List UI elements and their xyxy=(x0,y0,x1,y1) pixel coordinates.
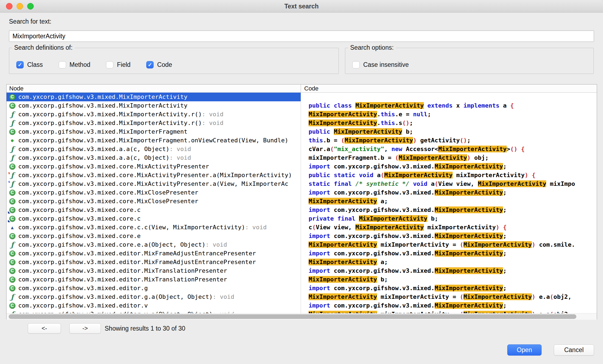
node-path: com.yxcorp.gifshow.v3.mixed.core.MixClos… xyxy=(18,188,198,197)
node-cell: Ccom.yxcorp.gifshow.v3.mixed.editor.MixT… xyxy=(7,275,301,284)
results-count: Showing results 1 to 30 of 30 xyxy=(105,323,185,334)
table-row[interactable]: Ccom.yxcorp.gifshow.v3.mixed.core.MixClo… xyxy=(7,188,597,197)
table-row[interactable]: Ccom.yxcorp.gifshow.v3.mixed.MixImporter… xyxy=(7,127,597,136)
node-cell: ƒcom.yxcorp.gifshow.v3.mixed.MixImporter… xyxy=(7,119,301,127)
code-cell: public class MixImporterActivity extends… xyxy=(301,101,597,110)
checkbox-field[interactable]: Field xyxy=(106,61,130,68)
checkbox-box[interactable] xyxy=(59,61,66,68)
table-body: Ccom.yxcorp.gifshow.v3.mixed.MixImporter… xyxy=(7,93,597,313)
table-row[interactable]: ƒcom.yxcorp.gifshow.v3.mixed.MixImporter… xyxy=(7,110,597,119)
checkbox-label: Class xyxy=(27,61,43,68)
node-cell: Ccom.yxcorp.gifshow.v3.mixed.MixImporter… xyxy=(7,93,301,101)
node-cell: ƒcom.yxcorp.gifshow.v3.mixed.a.a(c, Obje… xyxy=(7,153,301,162)
open-button[interactable]: Open xyxy=(507,344,542,356)
cancel-button[interactable]: Cancel xyxy=(554,344,594,356)
class-icon: C xyxy=(9,267,16,274)
anonymous-class-icon: C xyxy=(9,206,16,214)
table-row[interactable]: Ccom.yxcorp.gifshow.v3.mixed.core.MixAct… xyxy=(7,162,597,171)
node-path: com.yxcorp.gifshow.v3.mixed.MixImporterA… xyxy=(18,110,202,119)
table-row[interactable]: Ccom.yxcorp.gifshow.v3.mixed.editor.MixT… xyxy=(7,266,597,275)
class-icon: C xyxy=(9,198,16,205)
node-path: com.yxcorp.gifshow.v3.mixed.core.c xyxy=(18,214,141,223)
scrollbar-thumb[interactable] xyxy=(9,314,576,319)
checkbox-method[interactable]: Method xyxy=(59,61,91,68)
column-header-code[interactable]: Code xyxy=(301,84,597,92)
table-row[interactable]: Ccom.yxcorp.gifshow.v3.mixed.core.cimpor… xyxy=(7,206,597,214)
class-icon: C xyxy=(9,233,16,240)
table-row[interactable]: ƒscom.yxcorp.gifshow.v3.mixed.core.MixAc… xyxy=(7,171,597,180)
constructor-icon: ▲ xyxy=(9,224,16,231)
next-page-button[interactable]: -> xyxy=(69,323,101,334)
code-cell: static final /* synthetic */ void a(View… xyxy=(301,180,597,188)
checkbox-code[interactable]: ✓Code xyxy=(146,61,172,68)
table-row[interactable]: Ccom.yxcorp.gifshow.v3.mixed.editor.MixT… xyxy=(7,275,597,284)
search-definitions-group: Search definitions of: ✓ClassMethodField… xyxy=(9,48,339,74)
table-row[interactable]: ƒcom.yxcorp.gifshow.v3.mixed.editor.v.a(… xyxy=(7,310,597,313)
node-path: com.yxcorp.gifshow.v3.mixed.core.MixActi… xyxy=(18,162,209,171)
public-method-icon: ● xyxy=(9,137,16,144)
table-row[interactable]: ▲com.yxcorp.gifshow.v3.mixed.core.c.c(Vi… xyxy=(7,223,597,232)
anonymous-class-icon: C xyxy=(9,215,16,222)
node-path: com.yxcorp.gifshow.v3.mixed.a.a(c, Objec… xyxy=(18,145,169,153)
checkbox-box[interactable]: ✓ xyxy=(146,61,154,68)
node-return-type: : void xyxy=(213,293,234,301)
code-cell: cVar.a("mix_activity", new Accessor<MixI… xyxy=(301,145,597,153)
checkbox-class[interactable]: ✓Class xyxy=(16,61,43,68)
table-row[interactable]: ƒcom.yxcorp.gifshow.v3.mixed.MixImporter… xyxy=(7,119,597,127)
node-cell: ƒcom.yxcorp.gifshow.v3.mixed.core.e.a(Ob… xyxy=(7,240,301,249)
column-header-node[interactable]: Node xyxy=(7,84,301,92)
class-icon: C xyxy=(9,189,16,196)
text-search-dialog: Text search Search for text: Search defi… xyxy=(0,0,603,364)
checkbox-case-insensitive[interactable]: Case insensitive xyxy=(352,61,409,68)
node-cell: Ccom.yxcorp.gifshow.v3.mixed.core.MixAct… xyxy=(7,162,301,171)
method-icon: ƒ xyxy=(9,111,16,118)
node-cell: Ccom.yxcorp.gifshow.v3.mixed.editor.MixF… xyxy=(7,249,301,258)
table-row[interactable]: Ccom.yxcorp.gifshow.v3.mixed.core.eimpor… xyxy=(7,232,597,240)
table-row[interactable]: Ccom.yxcorp.gifshow.v3.mixed.editor.vimp… xyxy=(7,301,597,310)
search-input[interactable] xyxy=(9,30,594,42)
checkbox-box[interactable]: ✓ xyxy=(16,61,24,68)
search-definitions-title: Search definitions of: xyxy=(12,44,75,51)
table-row[interactable]: Ccom.yxcorp.gifshow.v3.mixed.core.cpriva… xyxy=(7,214,597,223)
table-row[interactable]: ƒcom.yxcorp.gifshow.v3.mixed.editor.g.a(… xyxy=(7,293,597,301)
node-cell: Ccom.yxcorp.gifshow.v3.mixed.MixImporter… xyxy=(7,127,301,136)
table-row[interactable]: ƒcom.yxcorp.gifshow.v3.mixed.a.a(c, Obje… xyxy=(7,153,597,162)
table-row[interactable]: Ccom.yxcorp.gifshow.v3.mixed.editor.MixF… xyxy=(7,249,597,258)
table-row[interactable]: Ccom.yxcorp.gifshow.v3.mixed.MixImporter… xyxy=(7,101,597,110)
table-row[interactable]: ●com.yxcorp.gifshow.v3.mixed.MixImporter… xyxy=(7,136,597,145)
method-icon: ƒ xyxy=(9,146,16,153)
table-row[interactable]: ƒscom.yxcorp.gifshow.v3.mixed.core.MixAc… xyxy=(7,180,597,188)
node-path: com.yxcorp.gifshow.v3.mixed.core.c xyxy=(18,206,141,214)
code-cell: private final MixImporterActivity b; xyxy=(301,214,597,223)
code-cell: MixImporterActivity mixImporterActivity … xyxy=(301,310,597,313)
class-icon: C xyxy=(9,250,16,257)
node-path: com.yxcorp.gifshow.v3.mixed.editor.v xyxy=(18,301,148,310)
node-path: com.yxcorp.gifshow.v3.mixed.MixImporterF… xyxy=(18,127,188,136)
node-path: com.yxcorp.gifshow.v3.mixed.MixImporterA… xyxy=(18,93,188,101)
table-row[interactable]: ƒcom.yxcorp.gifshow.v3.mixed.a.a(c, Obje… xyxy=(7,145,597,153)
horizontal-scrollbar[interactable] xyxy=(7,313,597,320)
node-cell: Ccom.yxcorp.gifshow.v3.mixed.core.MixClo… xyxy=(7,197,301,206)
checkbox-box[interactable] xyxy=(352,61,360,68)
table-row[interactable]: Ccom.yxcorp.gifshow.v3.mixed.editor.MixF… xyxy=(7,258,597,266)
table-row[interactable]: Ccom.yxcorp.gifshow.v3.mixed.core.MixClo… xyxy=(7,197,597,206)
table-row[interactable]: Ccom.yxcorp.gifshow.v3.mixed.MixImporter… xyxy=(7,93,597,101)
checkbox-box[interactable] xyxy=(106,61,113,68)
node-path: com.yxcorp.gifshow.v3.mixed.editor.MixFr… xyxy=(18,258,256,266)
code-cell: import com.yxcorp.gifshow.v3.mixed.MixIm… xyxy=(301,249,597,258)
code-cell: import com.yxcorp.gifshow.v3.mixed.MixIm… xyxy=(301,188,597,197)
static-method-icon: ƒs xyxy=(9,172,16,179)
table-row[interactable]: Ccom.yxcorp.gifshow.v3.mixed.editor.gimp… xyxy=(7,284,597,293)
code-cell: import com.yxcorp.gifshow.v3.mixed.MixIm… xyxy=(301,301,597,310)
node-path: com.yxcorp.gifshow.v3.mixed.MixImporterF… xyxy=(18,136,288,145)
node-cell: Ccom.yxcorp.gifshow.v3.mixed.editor.MixT… xyxy=(7,266,301,275)
class-icon: C xyxy=(9,128,16,135)
node-path: com.yxcorp.gifshow.v3.mixed.core.e.a(Obj… xyxy=(18,240,206,249)
table-row[interactable]: ƒcom.yxcorp.gifshow.v3.mixed.core.e.a(Ob… xyxy=(7,240,597,249)
search-options-group: Search options: Case insensitive xyxy=(345,48,594,74)
class-icon: C xyxy=(9,163,16,170)
previous-page-button[interactable]: <- xyxy=(28,323,61,334)
node-return-type: : void xyxy=(245,223,266,232)
node-cell: Ccom.yxcorp.gifshow.v3.mixed.MixImporter… xyxy=(7,101,301,110)
node-path: com.yxcorp.gifshow.v3.mixed.editor.v.a(O… xyxy=(18,310,213,313)
